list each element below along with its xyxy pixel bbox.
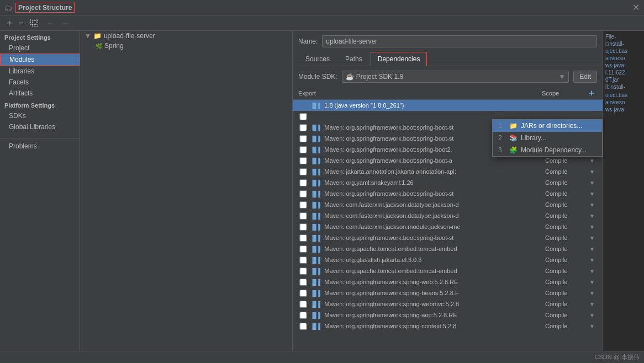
sidebar-item-global-libraries[interactable]: Global Libraries — [0, 121, 80, 132]
dep-scope-label: Compile — [545, 223, 589, 230]
dep-checkbox[interactable] — [298, 312, 308, 319]
far-right-line: ain/reso — [603, 99, 644, 106]
chevron-down-icon[interactable]: ▼ — [589, 268, 597, 274]
table-row[interactable]: ▐▌▌Maven: org.springframework:spring-aop… — [293, 309, 603, 321]
table-row[interactable]: ▐▌▌Maven: com.fasterxml.jackson.datatype… — [293, 199, 603, 210]
back-button[interactable]: ← — [44, 17, 57, 29]
dropdown-item-3[interactable]: 3🧩Module Dependency... — [493, 144, 602, 156]
sidebar-item-artifacts[interactable]: Artifacts — [0, 88, 80, 99]
chevron-down-icon[interactable]: ▼ — [589, 312, 597, 318]
dep-checkbox[interactable] — [298, 268, 308, 275]
table-row[interactable]: ▐▌▌Maven: com.fasterxml.jackson.datatype… — [293, 210, 603, 221]
dropdown-menu: 1📁JARs or directories...2📚Library...3🧩Mo… — [492, 119, 603, 157]
dropdown-item-2[interactable]: 2📚Library... — [493, 132, 602, 144]
copy-button[interactable]: ⿻ — [28, 17, 41, 29]
menu-item-icon: 📁 — [509, 122, 518, 130]
far-right-line: File- — [603, 33, 644, 40]
chevron-down-icon: ▼ — [558, 73, 565, 81]
dep-checkbox[interactable] — [298, 290, 308, 297]
dep-checkbox[interactable] — [298, 279, 308, 286]
tab-paths[interactable]: Paths — [338, 52, 369, 66]
table-row[interactable]: ▐▌▌Maven: org.springframework:spring-bea… — [293, 287, 603, 298]
dep-name-label: Maven: org.springframework:spring-webmvc… — [324, 301, 545, 307]
dropdown-item-1[interactable]: 1📁JARs or directories... — [493, 120, 602, 132]
chevron-down-icon[interactable]: ▼ — [589, 301, 597, 307]
dep-checkbox[interactable] — [298, 323, 308, 330]
table-row[interactable]: ▐▌▌Maven: org.springframework:spring-web… — [293, 298, 603, 309]
chevron-down-icon[interactable]: ▼ — [589, 257, 597, 263]
chevron-down-icon[interactable]: ▼ — [589, 213, 597, 219]
name-row: Name: — [293, 31, 603, 52]
chevron-down-icon[interactable]: ▼ — [589, 279, 597, 285]
dep-checkbox[interactable] — [298, 124, 308, 131]
dep-checkbox[interactable] — [298, 212, 308, 220]
add-dep-button[interactable]: + — [586, 88, 597, 98]
table-row[interactable]: ▐▌▌Maven: org.springframework.boot:sprin… — [293, 155, 603, 166]
dep-checkbox[interactable] — [298, 245, 308, 253]
dep-checkbox[interactable] — [298, 190, 308, 197]
chevron-down-icon[interactable]: ▼ — [589, 224, 597, 230]
chevron-down-icon[interactable]: ▼ — [589, 169, 597, 175]
sidebar-item-problems[interactable]: Problems — [0, 141, 80, 152]
table-row[interactable]: ▐▌▌Maven: org.springframework:spring-con… — [293, 321, 603, 332]
table-row[interactable]: ▐▌▌Maven: org.yaml:snakeyaml:1.26Compile… — [293, 177, 603, 188]
dep-checkbox[interactable] — [298, 201, 308, 209]
chevron-down-icon[interactable]: ▼ — [589, 235, 597, 241]
dep-scope-label: Compile — [545, 301, 589, 307]
tab-sources[interactable]: Sources — [298, 52, 337, 66]
chevron-down-icon[interactable]: ▼ — [589, 323, 597, 329]
sidebar-item-libraries[interactable]: Libraries — [0, 66, 80, 77]
dep-scope-label: Compile — [545, 201, 589, 208]
dep-checkbox[interactable] — [298, 146, 308, 153]
menu-item-num: 3 — [498, 146, 506, 154]
sidebar-item-facets[interactable]: Facets — [0, 77, 80, 88]
title-bar-icon: 🗂 — [4, 3, 12, 12]
sidebar-item-sdks[interactable]: SDKs — [0, 110, 80, 121]
dep-name-label: Maven: org.springframework:spring-aop:5.… — [324, 312, 545, 318]
dep-name-label: Maven: com.fasterxml.jackson.module:jack… — [324, 223, 545, 230]
tree-child-item[interactable]: 🌿 Spring — [80, 41, 292, 51]
table-row[interactable]: ▐▌▌Maven: org.springframework.boot:sprin… — [293, 188, 603, 199]
forward-button[interactable]: → — [59, 17, 72, 29]
dep-checkbox[interactable] — [298, 223, 308, 231]
chevron-down-icon[interactable]: ▼ — [589, 290, 597, 296]
dep-checkbox[interactable] — [298, 168, 308, 175]
table-row[interactable]: ▐▌▌Maven: jakarta.annotation:jakarta.ann… — [293, 166, 603, 177]
tree-root-item[interactable]: ▼ 📁 upload-file-server — [80, 31, 292, 41]
chevron-down-icon[interactable]: ▼ — [589, 158, 597, 164]
table-row[interactable]: ▐▌▌Maven: org.springframework:spring-web… — [293, 276, 603, 287]
table-row[interactable]: ▐▌▌Maven: org.apache.tomcat.embed:tomcat… — [293, 243, 603, 254]
table-row[interactable]: ▐▌▌Maven: com.fasterxml.jackson.module:j… — [293, 221, 603, 232]
chevron-down-icon[interactable]: ▼ — [589, 246, 597, 252]
tab-dependencies[interactable]: Dependencies — [371, 52, 427, 66]
dep-checkbox[interactable] — [298, 157, 308, 164]
chevron-down-icon[interactable]: ▼ — [589, 180, 597, 186]
sidebar-item-label: Project — [9, 44, 29, 52]
dep-checkbox[interactable] — [298, 301, 308, 308]
dep-scope-label: Compile — [545, 245, 589, 252]
edit-button[interactable]: Edit — [573, 71, 597, 83]
sdk-select[interactable]: ☕ Project SDK 1.8 ▼ — [342, 71, 569, 83]
dep-checkbox[interactable] — [298, 113, 308, 120]
table-row[interactable]: ▐▌▌Maven: org.apache.tomcat.embed:tomcat… — [293, 265, 603, 276]
table-row[interactable]: ▐▌▌Maven: org.springframework.boot:sprin… — [293, 232, 603, 243]
dep-bars-icon: ▐▌▌ — [310, 290, 322, 296]
table-row[interactable]: ▐▌▌Maven: org.glassfish.jakarta.el:3.0.3… — [293, 254, 603, 265]
dep-checkbox[interactable] — [298, 135, 308, 142]
add-button[interactable]: + — [4, 17, 14, 29]
menu-item-icon: 📚 — [509, 134, 518, 142]
sidebar-item-project[interactable]: Project — [0, 42, 80, 54]
close-icon[interactable]: ✕ — [632, 2, 640, 13]
name-input[interactable] — [322, 35, 597, 47]
deps-col-scope: Scope — [542, 90, 586, 97]
dep-name-label: Maven: org.apache.tomcat.embed:tomcat-em… — [324, 245, 545, 252]
dep-checkbox[interactable] — [298, 179, 308, 186]
sidebar-item-modules[interactable]: Modules — [0, 54, 80, 66]
remove-button[interactable]: − — [16, 17, 25, 29]
chevron-down-icon[interactable]: ▼ — [589, 202, 597, 208]
dep-bars-icon: ▐▌▌ — [310, 279, 322, 285]
chevron-down-icon[interactable]: ▼ — [589, 191, 597, 197]
dep-checkbox[interactable] — [298, 257, 308, 264]
dep-checkbox[interactable] — [298, 234, 308, 242]
table-row[interactable]: ▐▌▌1.8 (java version "1.8.0_261") — [293, 100, 603, 111]
